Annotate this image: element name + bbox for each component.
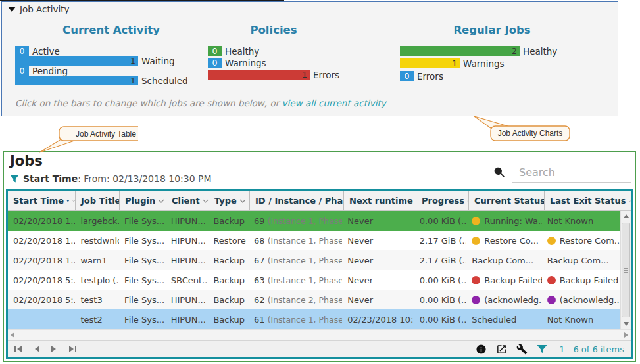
cell-current-status: Scheduled (466, 315, 541, 325)
cell-next-runtime: Never (342, 275, 414, 285)
chart-heading: Policies (208, 24, 339, 36)
job-activity-titlebar[interactable]: Job Activity (2, 2, 618, 16)
cell-type: Backup (208, 256, 249, 265)
column-menu-chevron-icon[interactable] (72, 199, 75, 203)
column-menu-chevron-icon[interactable] (203, 199, 209, 203)
chart-bar-pending[interactable]: 0 (15, 66, 29, 76)
column-header-id-instance-phase[interactable]: ID / Instance / Phase (250, 191, 344, 210)
job-activity-title: Job Activity (20, 3, 70, 16)
job-activity-panel: Job Activity Current Activity0Active1Wai… (1, 1, 618, 116)
status-text: Not Known (547, 315, 594, 325)
cell-last-exit-status: Not Known (542, 216, 620, 226)
table-row[interactable]: test2File Sys...HIPUN...Backup61(Instanc… (8, 309, 620, 329)
cell-current-status: Restore Co... (466, 236, 541, 246)
jobs-panel: Jobs Start Time: From: 02/13/2018 10:30 … (3, 151, 636, 362)
search-input[interactable] (512, 162, 631, 183)
cell-progress: 2.17 GiB (... (414, 236, 467, 246)
cell-id-instance-phase: 67(Instance 1, Phase 1) (249, 256, 342, 265)
horizontal-scrollbar[interactable] (8, 329, 631, 340)
bar-value: 0 (15, 46, 29, 56)
chart-bar-warnings[interactable]: 1 (400, 58, 460, 68)
column-header-job-title[interactable]: Job Title (76, 191, 120, 210)
column-menu-chevron-icon[interactable] (467, 199, 468, 203)
bar-label: Healthy (225, 46, 259, 57)
cell-next-runtime: 02/23/2018 10:... (342, 315, 414, 325)
cell-start-time: 02/20/2018 1... (8, 236, 75, 246)
column-header-type[interactable]: Type (209, 191, 250, 210)
view-all-activity-link[interactable]: view all current activity (282, 98, 386, 108)
table-row[interactable]: 02/20/2018 1...largebck...File Sys...HIP… (8, 211, 620, 231)
bar-label: Errors (417, 71, 443, 81)
column-menu-chevron-icon[interactable] (158, 199, 164, 203)
cell-client: HIPUN... (166, 236, 209, 246)
cell-type: Backup (208, 275, 249, 285)
vertical-scrollbar[interactable] (620, 211, 631, 329)
footer-filter-icon[interactable] (537, 344, 547, 354)
bar-label: Scheduled (141, 76, 188, 86)
chart-bar-errors[interactable]: 1 (208, 70, 310, 80)
search-icon (493, 166, 506, 179)
bar-label: Warnings (225, 58, 266, 68)
table-row[interactable]: 02/20/2018 5:...test3File Sys...HIPUN...… (8, 290, 620, 309)
cell-plugin: File Sys... (119, 216, 166, 226)
cell-next-runtime: Never (342, 216, 414, 226)
table-body: 02/20/2018 1...largebck...File Sys...HIP… (8, 211, 620, 329)
table-row[interactable]: 02/20/2018 5:...testplo (...File Sys...S… (8, 270, 620, 290)
column-header-current-status[interactable]: Current Status (469, 191, 545, 210)
column-header-start-time[interactable]: Start Time (8, 191, 76, 210)
previous-page-button[interactable] (34, 345, 40, 353)
scroll-left-icon[interactable] (11, 332, 14, 338)
chart-bar-waiting[interactable]: 1 (15, 56, 138, 66)
scroll-up-button[interactable] (621, 211, 631, 221)
callout-table-label: Job Activity Table (76, 129, 136, 139)
bar-label: Warnings (463, 58, 505, 69)
chart-bar-scheduled[interactable]: 1 (15, 76, 138, 85)
chart-bar-errors[interactable]: 0 (400, 71, 414, 81)
cell-progress: 2.17 GiB (... (414, 256, 467, 265)
bar-value: 1 (302, 70, 310, 80)
chart-bar-row: 0Healthy (208, 46, 339, 56)
table-row[interactable]: 02/20/2018 1...restdwnldFile Sys...HIPUN… (8, 231, 620, 250)
column-menu-chevron-icon[interactable] (239, 199, 246, 203)
chart-bar-healthy[interactable]: 0 (208, 46, 222, 56)
table-row[interactable]: 02/20/2018 1...warn1File Sys...HIPUN...B… (8, 250, 620, 270)
first-page-button[interactable] (14, 345, 23, 353)
status-text: Restore Co... (484, 236, 539, 246)
active-filter[interactable]: Start Time: From: 02/13/2018 10:30 PM (10, 173, 212, 184)
cell-start-time: 02/20/2018 5:... (8, 295, 75, 305)
next-page-button[interactable] (51, 345, 57, 353)
cell-type: Backup (208, 315, 249, 325)
cell-id-instance-phase: 62(Instance 2, Phase 1) (249, 295, 342, 305)
filter-field-value: : From: 02/13/2018 10:30 PM (78, 173, 211, 184)
scroll-right-icon[interactable] (624, 332, 628, 338)
bar-value: 1 (130, 76, 138, 85)
column-header-next-runtime[interactable]: Next runtime (344, 191, 416, 210)
status-text: Backup Failed (484, 275, 541, 285)
bar-label: Errors (313, 70, 339, 80)
info-icon[interactable] (476, 344, 487, 355)
status-dot-icon (547, 237, 556, 245)
column-menu-chevron-icon[interactable] (629, 199, 631, 203)
chart-bar-warnings[interactable]: 0 (208, 58, 222, 68)
column-header-plugin[interactable]: Plugin (120, 191, 166, 210)
status-text: Not Known (547, 216, 594, 226)
cell-current-status: (acknowledg... (466, 295, 541, 305)
export-icon[interactable] (496, 344, 507, 355)
cell-id-instance-phase: 69(Instance 1, Phase 1) (249, 216, 342, 226)
scrollbar-thumb[interactable] (622, 223, 630, 317)
column-header-client[interactable]: Client (166, 191, 209, 210)
scroll-down-button[interactable] (621, 319, 631, 329)
column-header-last-exit-status[interactable]: Last Exit Status (545, 191, 631, 210)
chart-bar-healthy[interactable]: 2 (400, 46, 520, 56)
cell-progress: 0.00 KiB (... (414, 295, 467, 305)
cell-next-runtime: Never (342, 236, 414, 246)
last-page-button[interactable] (68, 345, 76, 353)
collapse-triangle-icon[interactable] (8, 7, 16, 12)
filter-funnel-icon (10, 174, 19, 183)
bar-value: 2 (512, 46, 520, 56)
column-label: Last Exit Status (550, 196, 626, 206)
cell-last-exit-status: (acknowledg... (542, 295, 620, 305)
tools-icon[interactable] (516, 344, 528, 355)
column-header-progress[interactable]: Progress (416, 191, 469, 210)
chart-bar-active[interactable]: 0 (15, 46, 29, 56)
